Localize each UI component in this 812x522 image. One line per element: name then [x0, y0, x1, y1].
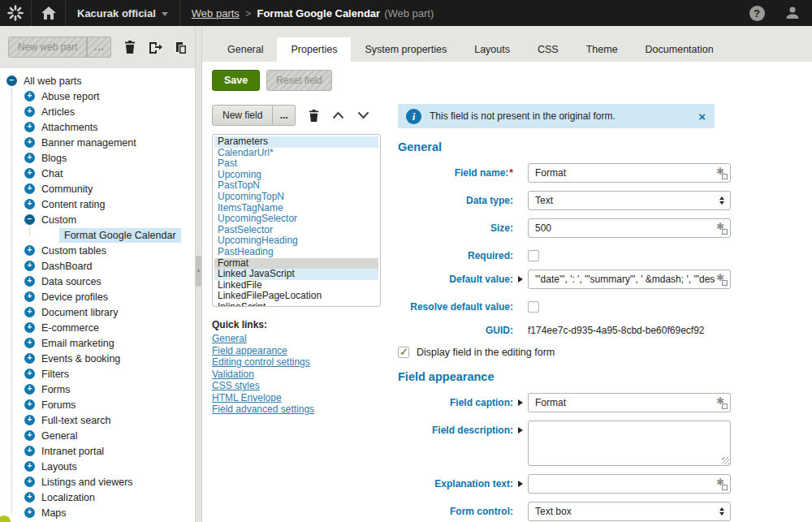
expand-icon[interactable]: + [24, 399, 35, 410]
quick-link-validation[interactable]: Validation [212, 369, 400, 381]
form-control-select[interactable]: Text box [528, 502, 731, 521]
default-value-macro-toggle[interactable] [513, 270, 528, 283]
quick-link-field-advanced-settings[interactable]: Field advanced settings [212, 403, 400, 416]
save-button[interactable]: Save [212, 70, 260, 91]
field-list-item-linkedfilepagelocation[interactable]: LinkedFilePageLocation [214, 291, 378, 302]
collapse-icon[interactable]: − [24, 214, 35, 225]
expand-icon[interactable]: + [24, 338, 35, 348]
tab-properties[interactable]: Properties [277, 37, 351, 62]
expand-icon[interactable]: + [24, 199, 35, 209]
home-button[interactable] [31, 0, 65, 26]
breadcrumb-link-web-parts[interactable]: Web parts [192, 7, 240, 19]
expand-icon[interactable]: + [24, 137, 35, 148]
expand-icon[interactable]: + [24, 322, 35, 333]
expand-icon[interactable]: + [24, 122, 35, 132]
tree-item-forms[interactable]: +Forms [0, 382, 195, 397]
tree-item-chat[interactable]: +Chat [0, 166, 195, 181]
field-list-item-calendarurl[interactable]: CalendarUrl* [214, 148, 378, 159]
expand-icon[interactable]: + [24, 291, 35, 302]
user-menu-button[interactable] [773, 0, 812, 26]
tab-css[interactable]: CSS [524, 37, 572, 62]
tree-item-document-library[interactable]: +Document library [0, 304, 195, 320]
tree-item-banner-management[interactable]: +Banner management [0, 135, 195, 150]
tree-item-format-google-calendar[interactable]: Format Google Calendar [0, 227, 195, 243]
default-value-input[interactable] [528, 270, 731, 289]
help-button[interactable]: ? [741, 0, 773, 26]
tree-item-blogs[interactable]: +Blogs [0, 150, 195, 166]
move-field-up-button[interactable] [332, 111, 344, 119]
tree-item-attachments[interactable]: +Attachments [0, 119, 195, 135]
resolve-default-value-checkbox[interactable] [528, 301, 539, 313]
field-list-item-upcomingheading[interactable]: UpcomingHeading [214, 235, 378, 247]
expand-icon[interactable]: + [24, 415, 35, 425]
expand-icon[interactable]: + [24, 507, 35, 518]
field-list-item-past[interactable]: Past [214, 158, 378, 170]
field-list-item-pastselector[interactable]: PastSelector [214, 225, 378, 236]
tree-item-layouts[interactable]: +Layouts [0, 459, 195, 474]
quick-link-field-appearance[interactable]: Field appearance [212, 345, 400, 357]
delete-field-button[interactable] [309, 110, 319, 122]
new-field-button[interactable]: New field [212, 105, 273, 126]
explanation-text-macro-toggle[interactable] [513, 474, 528, 487]
explanation-text-input[interactable] [528, 474, 731, 494]
expand-icon[interactable]: + [24, 369, 35, 379]
field-list-item-parameters[interactable]: Parameters [214, 136, 378, 148]
move-field-down-button[interactable] [357, 111, 369, 119]
tree-item-content-rating[interactable]: +Content rating [0, 196, 195, 212]
expand-icon[interactable]: + [24, 106, 35, 117]
tab-theme[interactable]: Theme [572, 37, 632, 62]
tree-item-general[interactable]: +General [0, 428, 195, 443]
tree-item-all-web-parts[interactable]: −All web parts [0, 73, 195, 88]
expand-icon[interactable]: + [24, 307, 35, 317]
reset-field-button[interactable]: Reset field [266, 70, 332, 91]
tree-item-e-commerce[interactable]: +E-commerce [0, 320, 195, 335]
expand-icon[interactable]: + [24, 261, 35, 271]
tree-item-data-sources[interactable]: +Data sources [0, 274, 195, 289]
expand-icon[interactable]: + [24, 477, 35, 487]
tree-item-community[interactable]: +Community [0, 181, 195, 196]
tree-item-events-booking[interactable]: +Events & booking [0, 351, 195, 366]
quick-link-general[interactable]: General [212, 333, 400, 345]
expand-icon[interactable]: + [24, 276, 35, 287]
collapse-icon[interactable]: − [6, 75, 17, 86]
tree-item-email-marketing[interactable]: +Email marketing [0, 335, 195, 351]
close-icon[interactable]: × [698, 110, 706, 123]
field-list-item-format[interactable]: Format [214, 258, 378, 270]
new-field-more-button[interactable]: ... [273, 105, 296, 126]
tree-item-intranet-portal[interactable]: +Intranet portal [0, 443, 195, 459]
tab-system-properties[interactable]: System properties [351, 37, 460, 62]
resize-grip-icon[interactable] [722, 457, 729, 464]
expand-icon[interactable]: + [24, 168, 35, 179]
expand-icon[interactable]: + [24, 492, 35, 503]
quick-link-css-styles[interactable]: CSS styles [212, 380, 400, 392]
new-web-part-more-button[interactable]: ... [87, 37, 111, 58]
tree-item-custom-tables[interactable]: +Custom tables [0, 243, 195, 258]
tree-item-dashboard[interactable]: +DashBoard [0, 258, 195, 274]
expand-icon[interactable]: + [24, 446, 35, 456]
field-list-item-upcomingtopn[interactable]: UpcomingTopN [214, 192, 378, 203]
splitter-collapse-handle[interactable] [196, 256, 201, 287]
tab-general[interactable]: General [214, 37, 277, 62]
expand-icon[interactable]: + [24, 91, 35, 101]
tree-item-articles[interactable]: +Articles [0, 104, 195, 119]
tree-item-abuse-report[interactable]: +Abuse report [0, 88, 195, 104]
tab-layouts[interactable]: Layouts [460, 37, 524, 62]
field-name-input[interactable] [528, 163, 731, 183]
expand-icon[interactable]: + [24, 353, 35, 364]
field-list-item-pastheading[interactable]: PastHeading [214, 247, 378, 258]
field-description-macro-toggle[interactable] [513, 421, 528, 434]
expand-icon[interactable]: + [24, 461, 35, 472]
quick-link-editing-control-settings[interactable]: Editing control settings [212, 356, 400, 369]
tree-item-device-profiles[interactable]: +Device profiles [0, 289, 195, 304]
display-field-in-the-editing-form-checkbox[interactable] [398, 347, 409, 358]
tree-item-maps[interactable]: +Maps [0, 505, 195, 520]
tree-item-filters[interactable]: +Filters [0, 366, 195, 382]
tree-item-localization[interactable]: +Localization [0, 490, 195, 505]
expand-icon[interactable]: + [24, 153, 35, 163]
field-list-item-linkedfile[interactable]: LinkedFile [214, 280, 378, 291]
field-description-textarea[interactable] [528, 421, 731, 466]
field-list-item-inlinescript[interactable]: InlineScript [214, 302, 378, 307]
size-input[interactable] [528, 218, 731, 238]
expand-icon[interactable]: + [24, 245, 35, 256]
tab-documentation[interactable]: Documentation [632, 37, 728, 62]
